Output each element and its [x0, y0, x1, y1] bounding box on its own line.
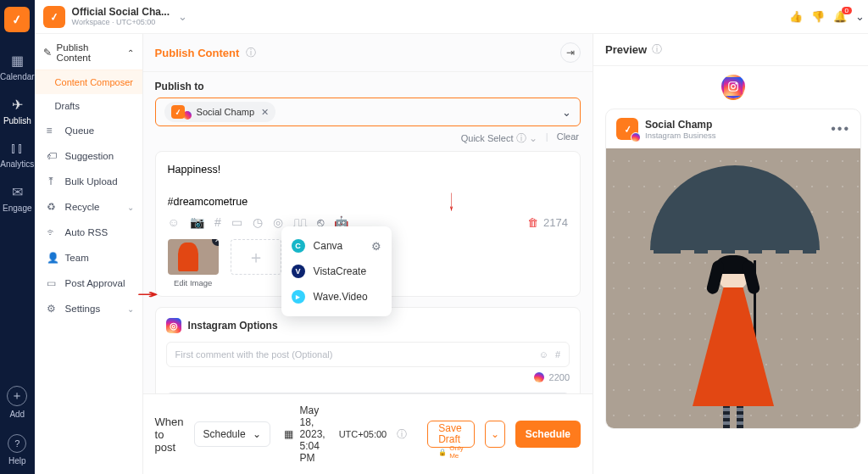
- collapse-button[interactable]: ⇥: [560, 42, 581, 63]
- lock-icon: 🔒: [438, 449, 447, 457]
- chevron-down-icon: ⌄: [253, 428, 261, 440]
- post-text-input[interactable]: Happiness! #dreamcometrue: [168, 162, 568, 209]
- emoji-icon[interactable]: ☺: [539, 349, 548, 360]
- rail-analytics-label: Analytics: [0, 159, 34, 169]
- publish-to-select[interactable]: Social Champ ✕ ⌄: [155, 98, 581, 126]
- workspace-sub: Workspace · UTC+05:00: [72, 18, 170, 26]
- nav-rss[interactable]: ᯤAuto RSS: [35, 220, 142, 245]
- rss-icon: ᯤ: [47, 226, 58, 238]
- rail-add[interactable]: ＋Add: [7, 386, 27, 419]
- save-draft-button[interactable]: Save Draft 🔒Only Me: [427, 421, 474, 448]
- chevron-down-icon[interactable]: ⌄: [562, 106, 571, 119]
- preview-title: Preview: [605, 43, 647, 56]
- popup-canva[interactable]: CCanva⚙: [281, 233, 392, 259]
- recycle-icon: ♻: [47, 201, 58, 213]
- preview-platform-instagram[interactable]: [721, 75, 745, 98]
- schedule-button[interactable]: Schedule: [515, 421, 581, 448]
- document-icon[interactable]: ▭: [231, 215, 242, 229]
- list-icon: ≡: [47, 125, 58, 137]
- gear-icon: ⚙: [47, 303, 58, 315]
- chevron-down-icon: ⌄: [127, 203, 134, 212]
- chevron-up-icon: ⌃: [127, 48, 134, 58]
- svg-point-1: [732, 85, 736, 89]
- thumbs-up-icon[interactable]: 👍: [789, 10, 803, 23]
- instagram-icon: ◎: [166, 318, 181, 333]
- instagram-options: ◎Instagram Options First comment with th…: [155, 307, 581, 393]
- hashtag-icon[interactable]: #: [555, 349, 560, 360]
- footer: When to post Schedule⌄ ▦May 18, 2023, 5:…: [143, 393, 593, 474]
- nav-composer[interactable]: Content Composer: [35, 70, 142, 94]
- bell-icon[interactable]: 🔔0: [833, 10, 847, 23]
- nav-recycle[interactable]: ♻Recycle⌄: [35, 194, 142, 220]
- location-icon[interactable]: ◎: [273, 215, 283, 229]
- main-column: ➜ Publish Content ⓘ ⇥ Publish to Social …: [143, 34, 593, 474]
- clock-icon[interactable]: ◷: [253, 215, 263, 229]
- preview-column: Preview ⓘ Social Champ Instagram Busines…: [593, 34, 868, 474]
- bookmark-icon: 🏷: [47, 150, 58, 162]
- camera-icon[interactable]: 📷: [190, 215, 204, 229]
- edit-image-button[interactable]: Edit Image: [168, 278, 219, 287]
- account-chip[interactable]: Social Champ ✕: [164, 102, 275, 122]
- nav-group-label: Publish Content: [57, 42, 122, 63]
- publish-to-label: Publish to: [155, 81, 581, 92]
- rail-publish[interactable]: ✈Publish: [3, 97, 31, 125]
- gear-icon[interactable]: ⚙: [371, 240, 381, 253]
- nav-queue[interactable]: ≡Queue: [35, 118, 142, 143]
- ig-options-title: Instagram Options: [188, 320, 278, 332]
- schedule-mode-select[interactable]: Schedule⌄: [194, 421, 270, 447]
- icon-rail: ▦Calendar ✈Publish ⫿⫿Analytics ✉Engage ＋…: [0, 0, 35, 474]
- nav-settings[interactable]: ⚙Settings⌄: [35, 296, 142, 321]
- rail-calendar[interactable]: ▦Calendar: [0, 53, 35, 81]
- side-nav: ✎ Publish Content ⌃ Content Composer Dra…: [35, 34, 143, 474]
- more-icon[interactable]: •••: [831, 121, 850, 137]
- upload-icon: ⤒: [47, 176, 58, 187]
- trash-icon[interactable]: 🗑: [527, 216, 538, 229]
- rail-analytics[interactable]: ⫿⫿Analytics: [0, 141, 34, 169]
- char-count: 2174: [543, 216, 568, 229]
- profile-chevron-icon[interactable]: ⌄: [855, 10, 865, 23]
- clear-button[interactable]: Clear: [557, 131, 579, 146]
- rail-engage-label: Engage: [3, 204, 31, 213]
- thumbs-down-icon[interactable]: 👎: [811, 10, 825, 23]
- popup-wave[interactable]: ▸Wave.Video: [281, 284, 392, 309]
- main-title: Publish Content: [155, 47, 240, 59]
- rail-help[interactable]: ?Help: [8, 434, 26, 466]
- remove-account-icon[interactable]: ✕: [261, 107, 269, 118]
- user-icon: 👤: [47, 252, 58, 264]
- workspace-badge[interactable]: [43, 6, 65, 28]
- svg-point-2: [736, 83, 737, 84]
- rail-engage[interactable]: ✉Engage: [3, 184, 31, 213]
- nav-team[interactable]: 👤Team: [35, 245, 142, 270]
- annotation-arrow-vertical: ↓: [448, 182, 454, 219]
- composer: ↓ Happiness! #dreamcometrue ☺ 📷 # ▭ ◷ ◎ …: [155, 151, 581, 297]
- info-icon[interactable]: ⓘ: [246, 46, 256, 60]
- info-icon[interactable]: ⓘ: [652, 42, 662, 57]
- calendar-icon: ▦: [284, 428, 293, 440]
- nav-bulk[interactable]: ⤒Bulk Upload: [35, 169, 142, 194]
- hashtag-icon[interactable]: #: [214, 215, 221, 229]
- app-logo[interactable]: [4, 7, 30, 32]
- info-icon[interactable]: ⓘ: [397, 427, 407, 442]
- nav-drafts[interactable]: Drafts: [35, 94, 142, 118]
- media-thumb[interactable]: ✕ Edit Image: [168, 239, 219, 287]
- remove-media-icon[interactable]: ✕: [212, 239, 219, 246]
- date-field[interactable]: ▦May 18, 2023, 5:04 PM: [281, 404, 329, 464]
- nav-suggestion[interactable]: 🏷Suggestion: [35, 143, 142, 169]
- preview-card: Social Champ Instagram Business •••: [605, 109, 861, 429]
- account-avatar: [171, 105, 185, 119]
- quick-select[interactable]: Quick Select ⓘ ⌄: [461, 131, 537, 146]
- workspace-chevron-icon[interactable]: ⌄: [178, 10, 187, 23]
- account-name: Social Champ: [197, 107, 254, 117]
- integrations-popup: CCanva⚙ VVistaCreate ▸Wave.Video: [281, 226, 392, 316]
- first-comment-count: 2200: [549, 372, 570, 382]
- popup-vista[interactable]: VVistaCreate: [281, 259, 392, 284]
- nav-approval[interactable]: ▭Post Approval: [35, 270, 142, 296]
- first-comment-input[interactable]: First comment with the post (Optional) ☺…: [166, 342, 570, 367]
- instagram-dot-icon: [534, 372, 544, 382]
- nav-group-publish[interactable]: ✎ Publish Content ⌃: [35, 34, 142, 70]
- when-to-post-label: When to post: [155, 415, 184, 454]
- rail-help-label: Help: [8, 456, 26, 466]
- save-draft-chevron[interactable]: ⌄: [485, 421, 505, 448]
- emoji-icon[interactable]: ☺: [168, 215, 180, 229]
- add-media-button[interactable]: ＋: [231, 239, 281, 275]
